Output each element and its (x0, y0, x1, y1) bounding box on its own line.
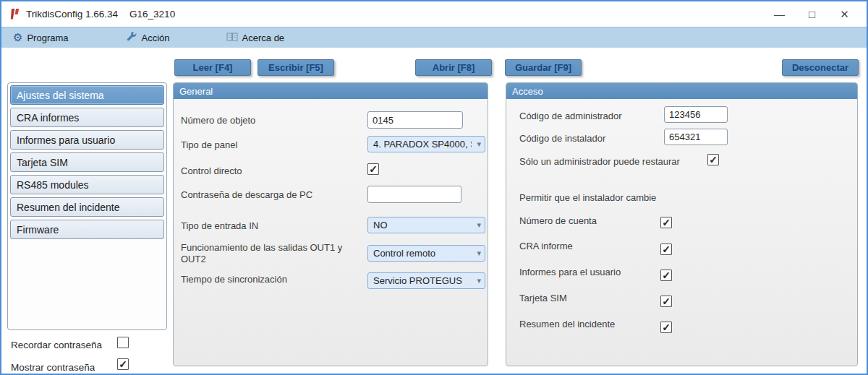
gear-icon: ⚙ (13, 33, 22, 43)
read-button[interactable]: Leer [F4] (174, 59, 251, 76)
time-sync-value: Servicio PROTEGUS (373, 275, 462, 286)
account-number-checkbox[interactable]: ✓ (660, 217, 672, 228)
write-button[interactable]: Escribir [F5] (258, 59, 334, 76)
remember-password-checkbox[interactable] (117, 337, 129, 348)
menu-programa-label: Programa (27, 33, 68, 43)
sim-card-checkbox[interactable]: ✓ (660, 296, 672, 307)
in-input-type-label: Tipo de entrada IN (181, 220, 258, 232)
menu-acerca-de-label: Acerca de (242, 33, 285, 43)
access-panel-header: Acceso (506, 83, 857, 99)
cra-report-checkbox[interactable]: ✓ (660, 243, 672, 255)
cra-report-label: CRA informe (519, 241, 573, 252)
menu-accion[interactable]: Acción (119, 27, 177, 48)
window-device-name: G16_3210 (129, 9, 175, 20)
admin-code-input[interactable] (664, 106, 728, 123)
object-number-label: Número de objeto (181, 115, 255, 126)
remember-password-label: Recordar contraseña (11, 340, 102, 350)
menu-bar: ⚙ Programa Acción Ace (1, 27, 867, 48)
only-admin-restore-label: Sólo un administrador puede restaurar (519, 156, 680, 168)
remember-password-row: Recordar contraseña (11, 338, 167, 351)
installer-code-input[interactable] (664, 129, 728, 145)
user-reports-label: Informes para el usuario (519, 267, 621, 278)
account-number-label: Número de cuenta (519, 215, 597, 227)
only-admin-restore-checkbox[interactable]: ✓ (707, 154, 719, 165)
chevron-down-icon: ▾ (477, 220, 481, 230)
minimize-icon[interactable]: — (763, 1, 796, 27)
sidebar: Ajustes del sistema CRA informes Informe… (7, 82, 167, 330)
pc-download-password-label: Contraseña de descarga de PC (181, 189, 312, 201)
window-title: TrikdisConfig 1.66.34 (26, 9, 118, 20)
show-password-checkbox[interactable]: ✓ (117, 358, 129, 370)
sidebar-item-tarjeta-sim[interactable]: Tarjeta SIM (10, 152, 164, 172)
installer-code-label: Código de instalador (519, 133, 605, 145)
out-function-dropdown[interactable]: Control remoto ▾ (367, 245, 485, 262)
object-number-input[interactable] (367, 111, 463, 129)
in-input-type-value: NO (373, 220, 388, 230)
sidebar-item-informes-para-usuario[interactable]: Informes para usuario (10, 130, 164, 150)
general-panel-header: General (174, 83, 488, 99)
sidebar-item-rs485-modules[interactable]: RS485 modules (10, 175, 164, 194)
sidebar-item-resumen-del-incidente[interactable]: Resumen del incidente (10, 197, 164, 217)
show-password-row: Mostrar contraseña (11, 361, 167, 374)
user-reports-checkbox[interactable]: ✓ (660, 270, 672, 281)
in-input-type-dropdown[interactable]: NO ▾ (367, 217, 485, 233)
panel-type-value: 4. PARADOX SP4000, S (373, 139, 472, 150)
out-function-value: Control remoto (373, 248, 435, 259)
pc-download-password-input[interactable] (367, 186, 461, 203)
sidebar-item-firmware[interactable]: Firmware (10, 220, 164, 239)
incident-summary-checkbox[interactable]: ✓ (660, 322, 672, 333)
panel-type-dropdown[interactable]: 4. PARADOX SP4000, S ▾ (367, 136, 485, 152)
direct-control-label: Control directo (181, 165, 242, 177)
sidebar-item-ajustes-del-sistema[interactable]: Ajustes del sistema (10, 85, 164, 105)
sim-card-label: Tarjeta SIM (519, 293, 567, 304)
menu-programa[interactable]: ⚙ Programa (6, 27, 76, 48)
admin-code-label: Código de administrador (519, 111, 622, 122)
panel-type-label: Tipo de panel (181, 139, 237, 151)
chevron-down-icon: ▾ (477, 139, 481, 149)
time-sync-label: Tiempo de sincronización (181, 274, 287, 285)
general-panel: General Número de objeto Tipo de panel 4… (173, 82, 488, 366)
incident-summary-label: Resumen del incidente (519, 319, 615, 330)
wrench-icon (127, 32, 137, 44)
app-logo-icon (9, 8, 20, 20)
window-controls: — □ ✕ (763, 1, 861, 27)
allow-installer-change-label: Permitir que el instalador cambie (519, 192, 656, 204)
menu-acerca-de[interactable]: Acerca de (219, 27, 292, 48)
disconnect-button[interactable]: Desconectar (782, 59, 859, 76)
chevron-down-icon: ▾ (477, 249, 481, 258)
close-icon[interactable]: ✕ (828, 1, 861, 27)
save-button[interactable]: Guardar [F9] (505, 59, 582, 76)
access-panel: Acceso Código de administrador Código de… (506, 82, 858, 366)
menu-accion-label: Acción (142, 33, 170, 43)
time-sync-dropdown[interactable]: Servicio PROTEGUS ▾ (367, 272, 485, 289)
out-function-label: Funcionamiento de las salidas OUT1 y OUT… (181, 242, 363, 266)
book-icon (226, 32, 238, 43)
chevron-down-icon: ▾ (477, 276, 481, 285)
maximize-icon[interactable]: □ (796, 1, 828, 27)
direct-control-checkbox[interactable]: ✓ (367, 163, 379, 175)
open-button[interactable]: Abrir [F8] (415, 59, 492, 76)
title-bar: TrikdisConfig 1.66.34 G16_3210 — □ ✕ (1, 1, 867, 27)
sidebar-item-cra-informes[interactable]: CRA informes (10, 108, 164, 127)
app-window: TrikdisConfig 1.66.34 G16_3210 — □ ✕ ⚙ P… (0, 0, 868, 375)
toolbar: Leer [F4] Escribir [F5] Abrir [F8] Guard… (1, 48, 867, 81)
show-password-label: Mostrar contraseña (11, 362, 95, 373)
